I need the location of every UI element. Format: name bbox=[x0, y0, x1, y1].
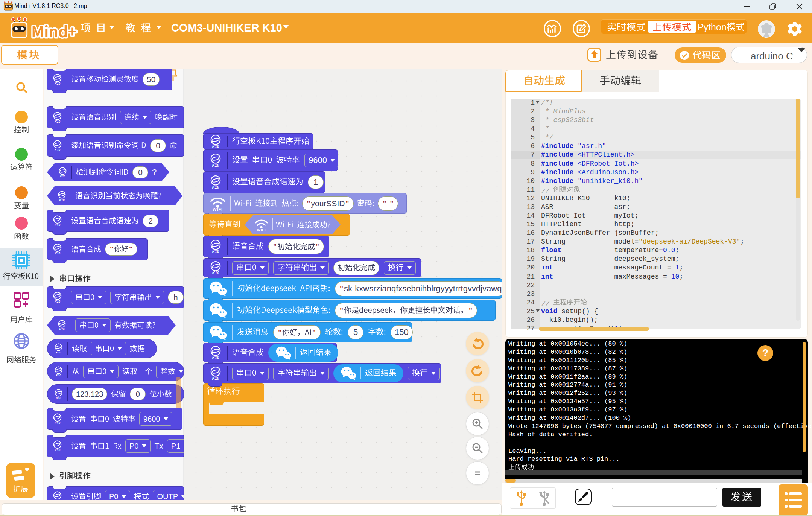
svg-text:K10: K10 bbox=[55, 82, 60, 85]
svg-text:K10: K10 bbox=[212, 271, 219, 275]
svg-text:K10: K10 bbox=[55, 223, 60, 227]
svg-text:K10: K10 bbox=[59, 327, 65, 331]
svg-text:WIFI: WIFI bbox=[213, 207, 223, 212]
svg-text:WIFI: WIFI bbox=[257, 228, 266, 232]
svg-text:K10: K10 bbox=[56, 351, 62, 354]
svg-text:K10: K10 bbox=[56, 396, 62, 400]
svg-text:K10: K10 bbox=[56, 374, 62, 377]
svg-text:K10: K10 bbox=[212, 356, 219, 360]
svg-text:K10: K10 bbox=[55, 300, 60, 303]
svg-text:K10: K10 bbox=[55, 449, 60, 452]
svg-text:K10: K10 bbox=[212, 145, 219, 149]
svg-text:K10: K10 bbox=[212, 376, 219, 381]
svg-text:K10: K10 bbox=[212, 185, 219, 189]
svg-text:K10: K10 bbox=[212, 250, 219, 254]
svg-text:K10: K10 bbox=[212, 163, 219, 167]
svg-text:K10: K10 bbox=[55, 422, 60, 425]
svg-text:K10: K10 bbox=[60, 174, 66, 178]
svg-text:K10: K10 bbox=[59, 198, 65, 201]
svg-text:K10: K10 bbox=[55, 252, 60, 255]
svg-text:K10: K10 bbox=[55, 148, 60, 151]
svg-text:K10: K10 bbox=[55, 120, 60, 123]
